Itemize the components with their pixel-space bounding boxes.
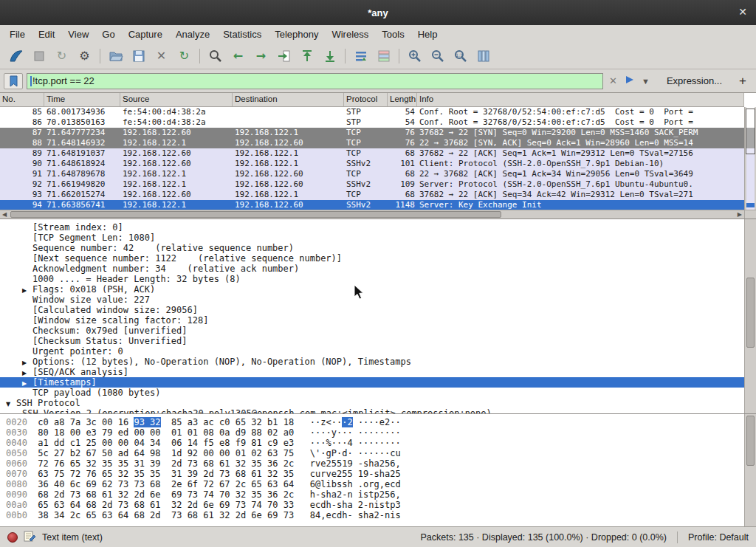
menu-statistics[interactable]: Statistics [216, 27, 268, 42]
menu-view[interactable]: View [61, 27, 95, 42]
expression-button[interactable]: Expression... [655, 75, 729, 86]
detail-line[interactable]: ▶Flags: 0x018 (PSH, ACK) [0, 284, 744, 295]
detail-line[interactable]: Checksum: 0x79ed [unverified] [0, 326, 744, 336]
scrollbar-thumb[interactable] [746, 109, 755, 154]
profile-label[interactable]: Profile: Default [688, 532, 749, 543]
zoom-out-icon[interactable] [426, 46, 449, 66]
detail-line[interactable]: TCP payload (1080 bytes) [0, 388, 744, 398]
hex-row-0050[interactable]: 0050 5c 27 b2 67 50 ad 64 98 1d 92 00 00… [6, 448, 744, 458]
expert-info-icon[interactable] [7, 532, 18, 543]
packet-row-93[interactable]: 9371.662015274192.168.122.60192.168.122.… [0, 190, 744, 200]
scrollbar-thumb[interactable] [746, 278, 755, 348]
detail-line[interactable]: [Checksum Status: Unverified] [0, 336, 744, 346]
detail-line[interactable]: [TCP Segment Len: 1080] [0, 233, 744, 243]
column-header-info[interactable]: Info [417, 93, 744, 106]
open-file-icon[interactable] [104, 46, 127, 66]
scrollbar-thumb[interactable] [10, 211, 501, 218]
detail-line[interactable]: ▶[Timestamps] [0, 377, 744, 388]
hex-row-0080[interactable]: 0080 36 40 6c 69 62 73 73 68 2e 6f 72 67… [6, 479, 744, 489]
detail-line[interactable]: [Window size scaling factor: 128] [0, 315, 744, 326]
hex-row-0040[interactable]: 0040 a1 dd c1 25 00 00 04 34 06 14 f5 e8… [6, 438, 744, 448]
go-to-packet-icon[interactable] [272, 46, 295, 66]
packet-row-87[interactable]: 8771.647777234192.168.122.60192.168.122.… [0, 128, 744, 138]
menu-telephony[interactable]: Telephony [268, 27, 325, 42]
reload-file-icon[interactable]: ↻ [173, 46, 196, 66]
packet-row-88[interactable]: 8871.648146932192.168.122.1192.168.122.6… [0, 138, 744, 148]
packet-row-89[interactable]: 8971.648191037192.168.122.60192.168.122.… [0, 148, 744, 159]
hex-row-00b0[interactable]: 00b0 38 34 2c 65 63 64 68 2d 73 68 61 32… [6, 510, 744, 520]
expander-icon[interactable]: ▶ [22, 359, 32, 366]
hex-row-0070[interactable]: 0070 63 75 72 76 65 32 35 35 31 39 2d 73… [6, 469, 744, 479]
column-header-source[interactable]: Source [120, 93, 233, 106]
menu-wireless[interactable]: Wireless [325, 27, 375, 42]
auto-scroll-icon[interactable] [349, 46, 372, 66]
menu-file[interactable]: File [3, 27, 32, 42]
zoom-in-icon[interactable] [403, 46, 426, 66]
save-file-icon[interactable] [127, 46, 150, 66]
scroll-right-icon[interactable]: ▶ [738, 210, 742, 219]
expander-icon[interactable]: ▶ [22, 370, 32, 376]
packet-row-91[interactable]: 9171.648789678192.168.122.1192.168.122.6… [0, 169, 744, 179]
expander-icon[interactable]: ▶ [22, 380, 32, 387]
packet-list-vertical-scrollbar[interactable] [744, 107, 756, 210]
menu-go[interactable]: Go [95, 27, 121, 42]
zoom-original-icon[interactable]: 1:1 [449, 46, 472, 66]
expander-icon[interactable]: ▶ [22, 287, 32, 294]
column-header-time[interactable]: Time [44, 93, 120, 106]
packet-row-85[interactable]: 8568.001734936fe:54:00:d4:38:2aSTP54Conf… [0, 107, 744, 117]
packet-row-92[interactable]: 9271.661949820192.168.122.1192.168.122.6… [0, 179, 744, 190]
detail-line[interactable]: [Stream index: 0] [0, 222, 744, 233]
scrollbar-thumb[interactable] [746, 416, 755, 466]
go-last-icon[interactable] [318, 46, 341, 66]
find-packet-icon[interactable] [204, 46, 227, 66]
filter-apply-icon[interactable] [623, 73, 636, 89]
filter-add-button[interactable]: + [733, 74, 752, 89]
column-header-destination[interactable]: Destination [233, 93, 344, 106]
detail-line[interactable]: Urgent pointer: 0 [0, 346, 744, 357]
packet-row-86[interactable]: 8670.013850163fe:54:00:d4:38:2aSTP54Conf… [0, 117, 744, 128]
titlebar[interactable]: *any ✕ [0, 0, 756, 25]
resize-columns-icon[interactable] [472, 46, 495, 66]
packet-list-horizontal-scrollbar[interactable]: ◀ ▶ [0, 210, 744, 219]
capture-comment-icon[interactable] [24, 530, 36, 545]
scroll-left-icon[interactable]: ◀ [2, 210, 7, 219]
go-first-icon[interactable] [295, 46, 318, 66]
column-header-no[interactable]: No. [0, 93, 44, 106]
capture-options-icon[interactable]: ⚙ [73, 46, 96, 66]
display-filter-input[interactable]: !tcp.port == 22 [27, 73, 603, 89]
go-forward-icon[interactable]: → [250, 46, 272, 66]
start-capture-icon[interactable] [4, 46, 27, 66]
close-window-icon[interactable]: ✕ [738, 7, 747, 17]
detail-line[interactable]: Window size value: 227 [0, 295, 744, 305]
filter-clear-icon[interactable]: ✕ [607, 75, 619, 86]
hex-row-0030[interactable]: 0030 80 18 00 e3 79 ed 00 00 01 01 08 0a… [6, 427, 744, 438]
column-header-length[interactable]: Length [388, 93, 417, 106]
menu-edit[interactable]: Edit [32, 27, 61, 42]
column-header-protocol[interactable]: Protocol [344, 93, 388, 106]
hex-row-0020[interactable]: 0020 c0 a8 7a 3c 00 16 93 32 85 a3 ac c0… [6, 417, 744, 427]
detail-line[interactable]: ▶[SEQ/ACK analysis] [0, 367, 744, 377]
close-file-icon[interactable]: ✕ [150, 46, 173, 66]
colorize-icon[interactable] [372, 46, 395, 66]
filter-bookmark-button[interactable] [4, 73, 23, 89]
menu-analyze[interactable]: Analyze [169, 27, 216, 42]
details-vertical-scrollbar[interactable] [744, 219, 756, 413]
detail-line[interactable]: 1000 .... = Header Length: 32 bytes (8) [0, 274, 744, 284]
detail-line[interactable]: ▼SSH Protocol [0, 398, 744, 408]
menu-capture[interactable]: Capture [122, 27, 169, 42]
detail-line[interactable]: [Next sequence number: 1122 (relative se… [0, 253, 744, 264]
hex-row-00a0[interactable]: 00a0 65 63 64 68 2d 73 68 61 32 2d 6e 69… [6, 500, 744, 510]
menu-tools[interactable]: Tools [375, 27, 410, 42]
stop-capture-icon[interactable] [27, 46, 50, 66]
packet-row-94[interactable]: 9471.663856741192.168.122.1192.168.122.6… [0, 200, 744, 210]
filter-dropdown-icon[interactable]: ▼ [640, 77, 651, 86]
detail-line[interactable]: ▶Options: (12 bytes), No-Operation (NOP)… [0, 357, 744, 367]
go-back-icon[interactable]: ← [227, 46, 250, 66]
detail-line[interactable]: SSH Version 2 (encryption:chacha20-poly1… [0, 408, 744, 414]
detail-line[interactable]: [Calculated window size: 29056] [0, 305, 744, 315]
packet-row-90[interactable]: 9071.648618924192.168.122.60192.168.122.… [0, 159, 744, 169]
hex-row-0090[interactable]: 0090 68 2d 73 68 61 32 2d 6e 69 73 74 70… [6, 489, 744, 500]
detail-line[interactable]: Acknowledgment number: 34 (relative ack … [0, 264, 744, 274]
restart-capture-icon[interactable]: ↻ [50, 46, 73, 66]
menu-help[interactable]: Help [411, 27, 444, 42]
